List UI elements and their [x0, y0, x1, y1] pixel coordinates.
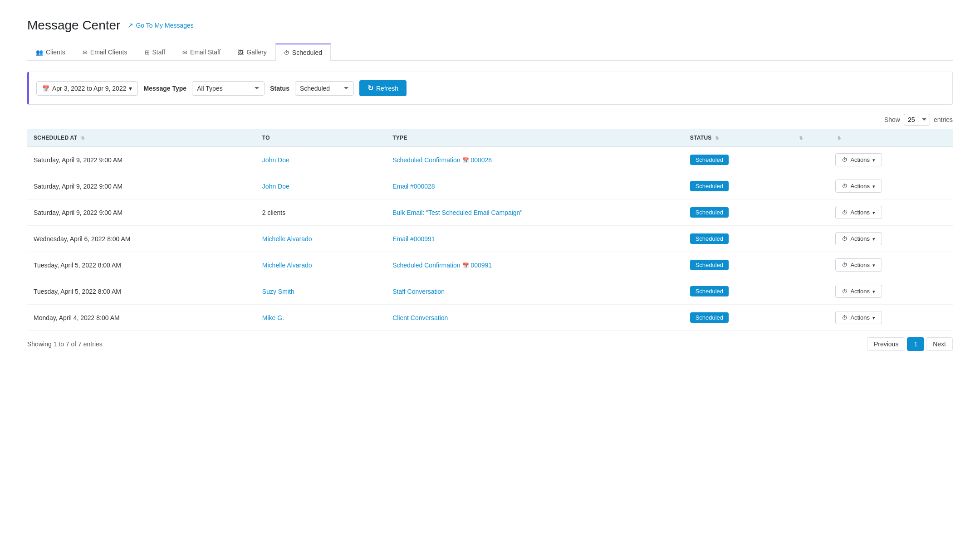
cell-scheduled-at-1: Saturday, April 9, 2022 9:00 AM — [27, 173, 256, 199]
status-badge-6: Scheduled — [690, 312, 729, 323]
to-link-6[interactable]: Mike G. — [262, 314, 284, 321]
status-badge-0: Scheduled — [690, 155, 729, 165]
page-title: Message Center — [27, 18, 120, 33]
ext-link-icon — [127, 21, 133, 29]
cell-actions-4: Actions — [829, 252, 953, 278]
goto-link-label: Go To My Messages — [136, 22, 193, 29]
actions-label-1: Actions — [850, 183, 870, 189]
to-link-0[interactable]: John Doe — [262, 156, 289, 164]
clock-icon-1 — [842, 183, 848, 189]
tab-email-clients-label: Email Clients — [90, 49, 127, 56]
cell-type-1: Email #000028 — [386, 173, 683, 199]
actions-caret-6 — [872, 314, 875, 321]
type-ref-0: 000028 — [469, 156, 492, 164]
next-page-button[interactable]: Next — [926, 337, 953, 351]
cell-actions-1: Actions — [829, 173, 953, 199]
page-1-button[interactable]: 1 — [907, 337, 924, 351]
type-ref-4: 000991 — [469, 262, 492, 269]
type-link-3[interactable]: Email #000991 — [392, 235, 435, 243]
actions-label-5: Actions — [850, 288, 870, 295]
status-badge-3: Scheduled — [690, 233, 729, 244]
cell-empty-0 — [791, 147, 829, 173]
goto-messages-link[interactable]: Go To My Messages — [127, 21, 193, 29]
tab-staff[interactable]: Staff — [136, 44, 174, 60]
entries-per-page-select[interactable]: 10 25 50 100 — [904, 114, 930, 126]
to-link-5[interactable]: Suzy Smith — [262, 288, 294, 295]
cell-to-0[interactable]: John Doe — [256, 147, 386, 173]
actions-button-5[interactable]: Actions — [835, 285, 882, 298]
col-to: TO — [256, 129, 386, 147]
to-link-4[interactable]: Michelle Alvarado — [262, 262, 312, 269]
cell-to-1[interactable]: John Doe — [256, 173, 386, 199]
cell-to-5[interactable]: Suzy Smith — [256, 278, 386, 305]
status-select[interactable]: All Scheduled Sent Failed — [295, 81, 354, 96]
date-caret-icon: ▾ — [129, 85, 132, 92]
tab-email-clients[interactable]: Email Clients — [74, 44, 136, 60]
prev-page-button[interactable]: Previous — [867, 337, 905, 351]
cell-empty-4 — [791, 252, 829, 278]
actions-button-2[interactable]: Actions — [835, 206, 882, 219]
clock-icon-3 — [842, 235, 848, 242]
showing-text: Showing 1 to 7 of 7 entries — [27, 340, 103, 348]
type-link-4[interactable]: Scheduled Confirmation 000991 — [392, 262, 492, 269]
table-row: Saturday, April 9, 2022 9:00 AMJohn DoeS… — [27, 147, 953, 173]
to-link-1[interactable]: John Doe — [262, 183, 289, 190]
cell-empty-1 — [791, 173, 829, 199]
cell-type-2: Bulk Email: "Test Scheduled Email Campai… — [386, 199, 683, 226]
type-link-2[interactable]: Bulk Email: "Test Scheduled Email Campai… — [392, 209, 522, 216]
clock-icon-4 — [842, 262, 848, 268]
col-scheduled-at-label: SCHEDULED AT — [34, 135, 77, 141]
refresh-button[interactable]: Refresh — [359, 80, 407, 96]
cell-empty-6 — [791, 305, 829, 331]
col-extra1[interactable]: ⇅ — [791, 129, 829, 147]
actions-label-4: Actions — [850, 262, 870, 268]
nav-tabs: Clients Email Clients Staff Email Staff … — [27, 44, 953, 61]
message-type-select[interactable]: All Types Email SMS Conversation — [192, 81, 265, 96]
image-icon — [238, 49, 244, 56]
email-icon-clients — [83, 49, 88, 56]
actions-button-6[interactable]: Actions — [835, 311, 882, 324]
to-link-3[interactable]: Michelle Alvarado — [262, 235, 312, 243]
table-row: Wednesday, April 6, 2022 8:00 AMMichelle… — [27, 226, 953, 252]
cell-status-3: Scheduled — [684, 226, 791, 252]
sort-icon-extra2: ⇅ — [837, 136, 841, 141]
scheduled-table: SCHEDULED AT ⇅ TO TYPE STATUS ⇅ ⇅ ⇅ — [27, 129, 953, 331]
table-footer: Showing 1 to 7 of 7 entries Previous 1 N… — [27, 331, 953, 351]
cell-to-2: 2 clients — [256, 199, 386, 226]
calendar-icon — [42, 85, 49, 92]
status-badge-4: Scheduled — [690, 260, 729, 270]
tab-scheduled[interactable]: Scheduled — [275, 44, 331, 61]
page-wrapper: Message Center Go To My Messages Clients… — [0, 0, 980, 544]
tab-email-staff[interactable]: Email Staff — [174, 44, 229, 60]
cell-to-6[interactable]: Mike G. — [256, 305, 386, 331]
tab-gallery[interactable]: Gallery — [229, 44, 275, 60]
actions-label-3: Actions — [850, 235, 870, 242]
email-icon-staff — [182, 49, 187, 56]
col-extra2[interactable]: ⇅ — [829, 129, 953, 147]
cell-to-3[interactable]: Michelle Alvarado — [256, 226, 386, 252]
col-scheduled-at[interactable]: SCHEDULED AT ⇅ — [27, 129, 256, 147]
cell-to-4[interactable]: Michelle Alvarado — [256, 252, 386, 278]
message-type-label: Message Type — [143, 85, 186, 92]
sort-icon-scheduled: ⇅ — [81, 136, 84, 141]
tab-clients[interactable]: Clients — [27, 44, 74, 60]
tab-gallery-label: Gallery — [246, 49, 266, 56]
actions-button-4[interactable]: Actions — [835, 258, 882, 272]
table-row: Monday, April 4, 2022 8:00 AMMike G.Clie… — [27, 305, 953, 331]
actions-button-1[interactable]: Actions — [835, 180, 882, 193]
status-label: Status — [270, 85, 289, 92]
date-range-button[interactable]: Apr 3, 2022 to Apr 9, 2022 ▾ — [36, 81, 138, 96]
type-link-5[interactable]: Staff Conversation — [392, 288, 445, 295]
type-link-6[interactable]: Client Conversation — [392, 314, 448, 321]
actions-label-6: Actions — [850, 314, 870, 321]
cell-empty-2 — [791, 199, 829, 226]
actions-button-0[interactable]: Actions — [835, 153, 882, 166]
cell-type-5: Staff Conversation — [386, 278, 683, 305]
status-badge-1: Scheduled — [690, 181, 729, 191]
actions-button-3[interactable]: Actions — [835, 232, 882, 245]
cell-actions-6: Actions — [829, 305, 953, 331]
type-link-0[interactable]: Scheduled Confirmation 000028 — [392, 156, 492, 164]
actions-caret-1 — [872, 183, 875, 189]
col-status[interactable]: STATUS ⇅ — [684, 129, 791, 147]
type-link-1[interactable]: Email #000028 — [392, 183, 435, 190]
